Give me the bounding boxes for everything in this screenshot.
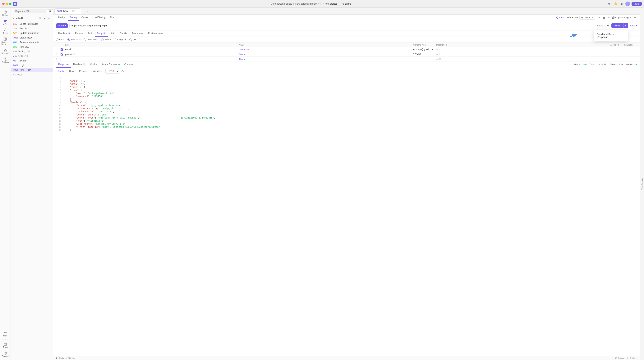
format-raw-btn[interactable]: Raw	[67, 69, 76, 73]
req-tab-post-response[interactable]: Post-response	[146, 30, 165, 36]
req-tab-cookie[interactable]: Cookie	[118, 30, 129, 36]
close-tab-button[interactable]: ✕	[76, 10, 78, 12]
body-msgpack-option[interactable]: msgpack	[114, 38, 126, 41]
row3-type-cell[interactable]: String ▾ ✦	[239, 58, 413, 60]
sidebar-item-support[interactable]: Support	[1, 350, 10, 359]
api-item-patch[interactable]: PAT Update Information	[11, 31, 53, 35]
drag-handle[interactable]: ⠿	[56, 48, 60, 50]
body-form-data-option[interactable]: form-data	[68, 38, 80, 41]
api-item-delete[interactable]: DEL Delete Information	[11, 22, 53, 26]
body-none-option[interactable]: none	[56, 38, 64, 41]
layout-icon[interactable]: ▣	[619, 1, 624, 6]
protocol-select[interactable]: http/1.1	[595, 23, 610, 28]
test-results-panel[interactable]: Test Results	[640, 8, 644, 360]
svg-point-53	[627, 358, 628, 359]
row1-checkbox[interactable]	[60, 48, 63, 51]
archive-button[interactable]: Archive	[626, 16, 637, 19]
api-item-sse[interactable]: SSE New SSE	[11, 45, 53, 49]
sub-tab-load-testing[interactable]: Load Testing	[90, 14, 108, 21]
sidebar-item-apis[interactable]: APIs	[1, 18, 10, 26]
req-tab-auth[interactable]: Auth	[108, 30, 118, 36]
send-button[interactable]: Send	[612, 23, 624, 28]
api-item-post-create[interactable]: POST Create New	[11, 35, 53, 40]
sidebar-item-trash[interactable]: Trash	[1, 341, 10, 350]
tab-new-http[interactable]: POST New HTTP ✕	[54, 8, 81, 13]
more-tabs-button[interactable]: ···	[85, 9, 89, 13]
share-link-button[interactable]: Share	[556, 16, 565, 19]
sub-tab-design[interactable]: Design	[56, 14, 68, 21]
sub-tab-debug[interactable]: Debug	[68, 14, 79, 21]
row2-type-cell[interactable]: String ▾ ✦	[239, 53, 413, 55]
minimize-button[interactable]	[6, 3, 8, 5]
url-input[interactable]	[70, 23, 593, 28]
row3-checkbox[interactable]	[60, 58, 63, 60]
response-tab-actual-request[interactable]: Actual Request	[100, 61, 122, 68]
encoding-select[interactable]: UTF-8	[106, 69, 119, 73]
api-item-login[interactable]: POST Login	[11, 63, 53, 68]
sidebar-item-tests[interactable]: Tests	[1, 27, 10, 35]
more-button[interactable]: ···	[47, 17, 51, 20]
req-tab-params[interactable]: Params	[73, 30, 85, 36]
pin-button[interactable]: ◈	[43, 17, 46, 20]
body-binary-option[interactable]: binary	[101, 38, 111, 41]
response-tab-cookie[interactable]: Cookie	[88, 61, 100, 68]
share-button[interactable]: Share	[340, 2, 353, 6]
response-tab-response[interactable]: Response	[56, 61, 71, 68]
format-visualize-btn[interactable]: Visualize	[91, 69, 104, 73]
api-item-get[interactable]: GET Get List	[11, 26, 53, 31]
row1-type-cell[interactable]: String ▾ ✦	[239, 48, 413, 50]
send-and-save-option[interactable]: Send and Save Response	[594, 31, 628, 40]
api-item-md[interactable]: MD picture	[11, 58, 53, 63]
api-item-new-http[interactable]: POST New HTTP	[11, 68, 53, 72]
add-tab-button[interactable]: +	[81, 9, 84, 13]
user-avatar[interactable]: C	[626, 1, 630, 6]
group-apis[interactable]: ▶ APIs (10)	[11, 54, 53, 58]
sidebar-item-settings[interactable]: Settings	[1, 56, 10, 64]
new-project-button[interactable]: + New project	[320, 2, 339, 6]
sidebar-item-more[interactable]: More	[1, 330, 10, 338]
response-tab-headers[interactable]: Headers 7	[71, 61, 88, 68]
settings-icon-btn[interactable]: ⚙	[597, 15, 601, 20]
send-dropdown-button[interactable]: ▾	[624, 23, 628, 28]
req-tab-body[interactable]: Body 2	[95, 30, 108, 36]
req-tab-path[interactable]: Path	[86, 30, 95, 36]
req-tab-headers[interactable]: Headers 5	[56, 30, 73, 36]
method-selector[interactable]: POST ▾	[56, 23, 68, 28]
search-input[interactable]	[14, 9, 46, 13]
sort-button[interactable]: ⇅	[38, 17, 42, 20]
sidebar-item-history[interactable]: History	[1, 9, 10, 17]
format-preview-btn[interactable]: Preview	[77, 69, 89, 73]
sidebar-item-share-docs[interactable]: Share Docs	[1, 36, 10, 46]
close-button[interactable]	[2, 3, 4, 5]
settings-button[interactable]: Settings	[627, 357, 637, 359]
api-item-put[interactable]: PUT Replace Information	[11, 40, 53, 45]
drag-handle[interactable]: ⠿	[56, 58, 60, 60]
bell-icon[interactable]: 🔔	[613, 1, 618, 6]
row2-checkbox[interactable]	[60, 53, 63, 55]
lock-button[interactable]: Lock	[603, 16, 611, 19]
body-raw-option[interactable]: raw	[130, 38, 136, 41]
sidebar-item-schemas[interactable]: Schemas	[1, 47, 10, 55]
response-tab-console[interactable]: Console	[122, 61, 135, 68]
refresh-icon[interactable]: ⟳	[607, 1, 612, 6]
copy-response-button[interactable]	[122, 70, 124, 73]
maximize-button[interactable]	[9, 3, 12, 5]
format-pretty-btn[interactable]: Pretty	[56, 69, 66, 73]
cookie-button[interactable]: Cookie	[615, 357, 624, 359]
folder-icon	[15, 50, 17, 53]
sub-tab-cases[interactable]: Cases	[79, 14, 90, 21]
svg-line-5	[342, 4, 344, 4]
save-button[interactable]: Save ▾	[630, 24, 637, 27]
filter-select[interactable]: All	[47, 9, 53, 13]
invite-button[interactable]: Invite	[632, 2, 642, 6]
drag-handle[interactable]: ⠿	[56, 53, 60, 55]
collapse-sidebar-button[interactable]: Collapse Sidebar	[56, 357, 75, 359]
req-tab-pre-request[interactable]: Pre-request	[130, 30, 146, 36]
body-urlencoded-option[interactable]: urlencoded	[84, 38, 98, 41]
group-testing[interactable]: ▶ Testing (2)	[11, 49, 53, 54]
sub-tab-mock[interactable]: Mock	[108, 14, 118, 21]
duplicate-button[interactable]: Duplicate	[612, 16, 625, 19]
method-badge-put: PUT	[13, 41, 18, 43]
create-new-button[interactable]: + Create	[11, 72, 53, 77]
env-select[interactable]: Devel... ▾	[580, 16, 595, 19]
